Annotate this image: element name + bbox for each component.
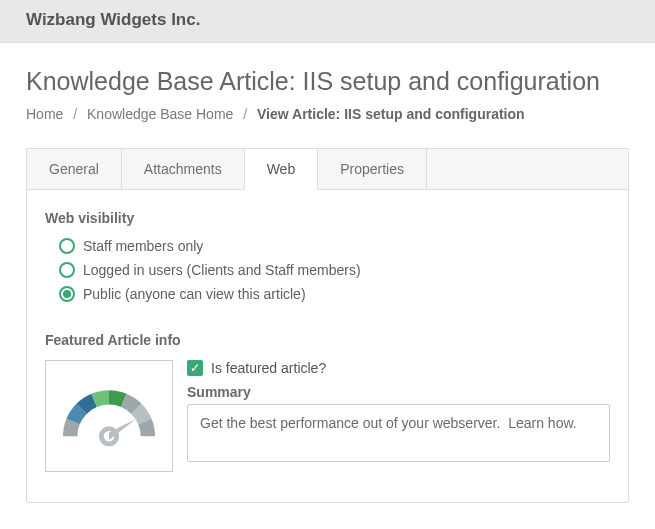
breadcrumb-current: View Article: IIS setup and configuratio… bbox=[257, 106, 525, 122]
radio-icon bbox=[59, 286, 75, 302]
gauge-icon bbox=[50, 371, 168, 467]
topbar: Wizbang Widgets Inc. bbox=[0, 0, 655, 43]
radio-icon bbox=[59, 262, 75, 278]
tabs-container: General Attachments Web Properties Web v… bbox=[26, 148, 629, 503]
visibility-label: Public (anyone can view this article) bbox=[83, 286, 306, 302]
visibility-label: Logged in users (Clients and Staff membe… bbox=[83, 262, 361, 278]
tabs: General Attachments Web Properties bbox=[27, 149, 628, 190]
radio-icon bbox=[59, 238, 75, 254]
tab-web[interactable]: Web bbox=[245, 149, 319, 190]
summary-textarea[interactable] bbox=[187, 404, 610, 462]
breadcrumb: Home / Knowledge Base Home / View Articl… bbox=[26, 106, 629, 122]
visibility-option-public[interactable]: Public (anyone can view this article) bbox=[59, 286, 610, 302]
is-featured-checkbox[interactable]: ✓ Is featured article? bbox=[187, 360, 610, 376]
tab-attachments[interactable]: Attachments bbox=[122, 149, 245, 189]
web-visibility-title: Web visibility bbox=[45, 210, 610, 226]
featured-thumbnail[interactable] bbox=[45, 360, 173, 472]
visibility-label: Staff members only bbox=[83, 238, 203, 254]
summary-label: Summary bbox=[187, 384, 610, 400]
breadcrumb-kb-home[interactable]: Knowledge Base Home bbox=[87, 106, 233, 122]
tab-properties[interactable]: Properties bbox=[318, 149, 427, 189]
check-icon: ✓ bbox=[187, 360, 203, 376]
visibility-option-staff[interactable]: Staff members only bbox=[59, 238, 610, 254]
featured-article-title: Featured Article info bbox=[45, 332, 610, 348]
company-name: Wizbang Widgets Inc. bbox=[26, 10, 635, 30]
page-title: Knowledge Base Article: IIS setup and co… bbox=[26, 67, 629, 96]
tab-body-web: Web visibility Staff members only Logged… bbox=[27, 190, 628, 502]
is-featured-label: Is featured article? bbox=[211, 360, 326, 376]
breadcrumb-sep: / bbox=[73, 106, 77, 122]
page-content: Knowledge Base Article: IIS setup and co… bbox=[0, 43, 655, 529]
tab-general[interactable]: General bbox=[27, 149, 122, 189]
breadcrumb-home[interactable]: Home bbox=[26, 106, 63, 122]
visibility-option-logged-in[interactable]: Logged in users (Clients and Staff membe… bbox=[59, 262, 610, 278]
featured-right: ✓ Is featured article? Summary bbox=[187, 360, 610, 465]
visibility-radio-group: Staff members only Logged in users (Clie… bbox=[59, 238, 610, 302]
featured-row: ✓ Is featured article? Summary bbox=[45, 360, 610, 472]
breadcrumb-sep: / bbox=[243, 106, 247, 122]
